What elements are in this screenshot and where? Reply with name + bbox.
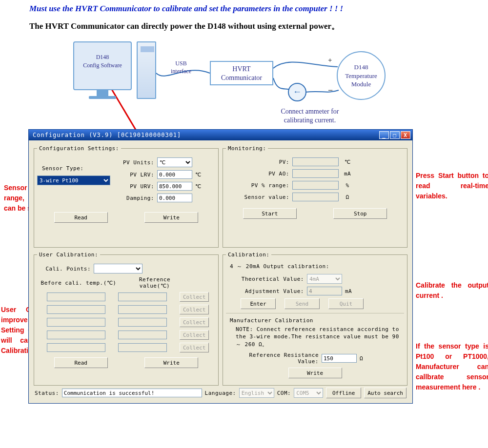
annotation-calibrate: Calibrate the output current . [416,280,488,301]
manuf-note: NOTE: Connect reference resistance accor… [236,326,400,348]
headline-info: The HVRT Communicator can directly power… [0,18,488,37]
pv-label: PV: [226,159,289,165]
minimize-button[interactable]: _ [379,131,389,139]
before-val-2 [47,305,105,314]
manuf-write-button[interactable]: Write [288,368,342,378]
ref-val-3 [118,318,167,327]
language-label: Language: [205,390,236,396]
theoretical-label: Theoretical Value: [226,276,304,282]
ammeter-icon [288,83,306,101]
start-button[interactable]: Start [243,208,297,219]
before-val-1 [47,292,105,301]
minus-terminal: − [328,85,333,96]
before-val-5 [47,343,105,352]
damping-input[interactable] [157,194,192,202]
calibration-legend: Calibration: [226,252,271,258]
pv-urv-unit: ℃ [195,183,202,190]
sensorval-label: Sensor value: [226,194,289,200]
config-legend: Configuration Settings: [37,145,121,152]
calibration-group: Calibration: 4 ～ 20mA Output calibration… [223,252,407,386]
com-label: COM: [277,390,291,396]
monitor-text: D148 Config Software [74,53,131,70]
adjust-label: Adjustment Value: [226,288,304,294]
enter-button[interactable]: Enter [241,298,276,309]
ref-val-2 [118,305,167,314]
collect-button-4: Collect [180,330,209,340]
before-cali-header: Before cali. temp.(℃) [37,280,120,286]
pv-urv-input[interactable] [157,182,192,191]
window-title: Configuration (V3.9) [0C190100000301] [33,132,181,138]
send-button: Send [285,298,320,309]
pvrange-value [292,181,339,190]
usercal-write-button[interactable]: Write [144,357,198,368]
pv-units-label: PV Units: [115,159,154,166]
pvao-label: PV AO: [226,171,289,177]
before-val-3 [47,318,105,327]
adjust-input [307,287,342,295]
sensor-type-label: Sensor Type: [42,165,115,172]
d148-module-icon: D148 Temperature Module [337,51,386,100]
sensorval-unit: Ω [342,194,353,200]
pv-lrv-label: PV LRV: [115,172,154,178]
collect-button-1: Collect [180,292,209,302]
collect-button-3: Collect [180,317,209,327]
plus-terminal: + [328,56,332,64]
config-read-button[interactable]: Read [54,212,108,223]
com-select[interactable]: COM5 [294,388,323,398]
damping-label: Damping: [115,195,154,201]
collect-button-5: Collect [180,343,209,352]
close-button[interactable]: X [401,131,410,139]
cali-points-label: Cali. Points: [37,266,91,272]
config-window: Configuration (V3.9) [0C190100000301] _ … [28,129,413,404]
refres-input[interactable] [322,354,357,363]
adjust-unit: mA [345,288,352,294]
output-cal-title: 4 ～ 20mA Output calibration: [230,263,404,270]
status-field [62,389,202,397]
maximize-button[interactable]: □ [390,131,400,139]
pv-value [292,157,339,166]
pvao-unit: mA [342,171,353,177]
reference-header: Reference value(℃) [123,276,186,289]
usb-label: USB interface [171,60,191,75]
ref-val-4 [118,331,167,339]
offline-button[interactable]: Offline [326,388,361,398]
titlebar: Configuration (V3.9) [0C190100000301] _ … [29,130,412,140]
annotation-start: Press Start button to read real-time var… [416,171,488,201]
pvao-value [292,169,339,178]
user-calibration-group: User Calibration: Cali. Points: Before c… [34,252,219,386]
sensor-type-select[interactable]: 3-wire Pt100 [37,175,110,185]
hvrt-box: HVRT Communicator [210,61,273,85]
pv-lrv-unit: ℃ [195,172,202,178]
monitoring-legend: Monitoring: [226,145,268,152]
pvrange-unit: % [342,182,353,189]
ref-val-1 [118,292,167,301]
cali-points-select[interactable] [94,264,142,273]
language-select[interactable]: English [239,388,274,398]
monitoring-group: Monitoring: PV: ℃ PV AO: mA PV % range: … [223,145,407,248]
connection-diagram: D148 Config Software USB interface HVRT … [0,37,488,129]
ref-val-5 [118,343,167,352]
config-settings-group: Configuration Settings: Sensor Type: 3-w… [34,145,219,248]
config-write-button[interactable]: Write [144,212,198,223]
refres-label: Reference Resistance Value: [226,352,319,365]
headline-warning: Must use the HVRT Communicator to calibr… [0,0,488,18]
usercal-read-button[interactable]: Read [54,357,108,368]
user-cal-legend: User Calibration: [37,252,100,258]
pv-unit: ℃ [342,159,353,165]
ammeter-text: Connect ammeter for calibrating current. [266,107,354,125]
quit-button: Quit [328,298,364,309]
before-val-4 [47,331,105,339]
pv-lrv-input[interactable] [157,170,192,179]
sensorval-value [292,193,339,201]
monitor-icon: D148 Config Software [73,41,132,90]
status-label: Status: [35,390,59,396]
stop-button[interactable]: Stop [333,208,387,219]
pv-units-select[interactable]: ℃ [157,157,192,167]
refres-unit: Ω [360,355,363,362]
theoretical-select: 4mA [307,274,342,284]
pc-tower-icon [137,41,156,99]
autosearch-button[interactable]: Auto search [364,388,407,398]
collect-button-2: Collect [180,305,209,314]
manuf-cal-title: Manufacturer Calibration [230,317,404,324]
pvrange-label: PV % range: [226,182,289,189]
